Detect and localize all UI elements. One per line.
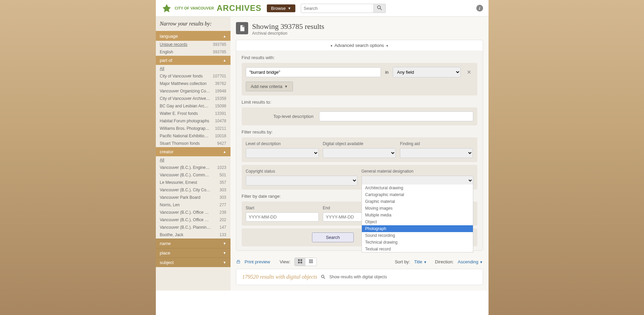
direction-text: Ascending — [458, 259, 478, 264]
gmd-option[interactable]: Textual record — [362, 246, 473, 252]
sidebar-title: Narrow your results by: — [156, 17, 231, 32]
add-criteria-button[interactable]: Add new criteria ▼ — [246, 82, 293, 91]
list-view-button[interactable] — [306, 258, 316, 266]
gmd-option[interactable]: Moving images — [362, 205, 473, 212]
top-level-input[interactable] — [319, 111, 473, 121]
facet-item-count: 303 — [219, 188, 226, 192]
gmd-option[interactable]: Sound recording — [362, 232, 473, 239]
facet-item[interactable]: All — [156, 156, 231, 164]
card-view-button[interactable] — [295, 258, 306, 266]
advanced-toggle[interactable]: ▾ Advanced search options ▾ — [236, 40, 483, 51]
facet-item-label: Vancouver (B.C.). Office of the City Cle… — [160, 210, 211, 215]
facet-item-count: 10211 — [215, 126, 226, 131]
facet-item-label: English — [160, 50, 173, 54]
direction-link[interactable]: Ascending ▼ — [458, 259, 483, 264]
facet-item[interactable]: Vancouver (B.C.). Planning Department147 — [156, 224, 231, 231]
facet-item-label: Habitat Forum photographs — [160, 119, 209, 123]
facet-item[interactable]: Vancouver (B.C.). Community Services Gro… — [156, 171, 231, 179]
facet-header-place[interactable]: place▼ — [156, 248, 231, 258]
svg-rect-2 — [237, 261, 240, 263]
facet-item[interactable]: Le Messurier, Ernest357 — [156, 179, 231, 186]
find-label: Find results with: — [242, 55, 477, 60]
facet-header-language[interactable]: language ▲ — [156, 32, 231, 41]
gmd-option[interactable]: Object — [362, 218, 473, 225]
info-icon[interactable]: i — [476, 5, 483, 12]
facet-item[interactable]: Vancouver (B.C.). City Council303 — [156, 186, 231, 194]
facet-item[interactable]: All — [156, 65, 231, 72]
field-select[interactable]: Any field — [393, 67, 461, 77]
digital-select[interactable] — [323, 148, 396, 158]
header-search — [301, 4, 386, 13]
facet-item-label: All — [160, 158, 164, 162]
view-toggle — [294, 258, 317, 266]
facet-item[interactable]: Williams Bros. Photographers Collection1… — [156, 125, 231, 132]
search-button[interactable] — [374, 4, 386, 13]
criteria-input[interactable] — [246, 67, 381, 77]
print-icon — [236, 260, 241, 264]
filter-grid-2: Copyright status General material design… — [242, 165, 477, 190]
search-icon — [377, 5, 382, 10]
finding-select[interactable] — [400, 148, 473, 158]
facet-item[interactable]: BC Gay and Lesbian Archives15098 — [156, 102, 231, 110]
search-submit-button[interactable]: Search — [312, 232, 354, 242]
chevron-up-icon: ▲ — [223, 34, 226, 38]
search-input[interactable] — [301, 4, 374, 13]
facet-item-label: Vancouver (B.C.). Community Services Gro… — [160, 173, 211, 177]
finding-label: Finding aid — [400, 141, 473, 146]
facet-item[interactable]: Stuart Thomson fonds9427 — [156, 140, 231, 147]
facet-title: place — [160, 250, 170, 256]
svg-rect-6 — [298, 262, 300, 263]
facet-item-count: 10018 — [215, 134, 226, 138]
facet-item[interactable]: Walter E. Frost fonds13391 — [156, 110, 231, 117]
facet-item[interactable]: Norris, Len277 — [156, 201, 231, 209]
gmd-option[interactable]: Graphic material — [362, 198, 473, 205]
facet-item-label: Pacific National Exhibition fonds — [160, 134, 211, 138]
print-preview-link[interactable]: Print preview — [245, 259, 270, 264]
gmd-option[interactable]: Cartographic material — [362, 191, 473, 198]
facet-title: creator — [160, 149, 173, 154]
chevron-up-icon: ▲ — [223, 58, 226, 62]
facet-header-partof[interactable]: part of ▲ — [156, 56, 231, 65]
header: CITY OF VANCOUVER ARCHIVES Browse ▼ i — [156, 0, 489, 17]
facet-item[interactable]: Vancouver (B.C.). Office of the City Man… — [156, 216, 231, 224]
chevron-down-icon: ▼ — [284, 85, 288, 88]
digital-link[interactable]: Show results with digital objects — [329, 275, 387, 279]
gmd-option[interactable]: Architectural drawing — [362, 185, 473, 191]
svg-rect-4 — [298, 259, 300, 261]
facet-item[interactable]: Unique records393785 — [156, 41, 231, 48]
facet-item[interactable]: City of Vancouver fonds107701 — [156, 72, 231, 80]
facet-header-subject[interactable]: subject▼ — [156, 258, 231, 267]
facet-item-count: 202 — [219, 217, 226, 222]
limit-row: Top-level description — [242, 107, 477, 125]
remove-criteria-button[interactable]: ✕ — [465, 69, 473, 75]
facet-item-count: 9427 — [217, 141, 226, 146]
facet-item-label: Unique records — [160, 42, 187, 47]
facet-item[interactable]: English393785 — [156, 48, 231, 56]
facet-item[interactable]: City of Vancouver Archives pamphlet coll… — [156, 95, 231, 102]
gmd-option[interactable]: Multiple media — [362, 212, 473, 218]
sort-field-link[interactable]: Title ▼ — [414, 259, 427, 264]
facet-header-name[interactable]: name▼ — [156, 239, 231, 248]
gmd-option[interactable]: Technical drawing — [362, 239, 473, 246]
start-date-input[interactable] — [246, 212, 319, 222]
gmd-dropdown[interactable]: Architectural drawingCartographic materi… — [362, 185, 473, 252]
copyright-select[interactable] — [246, 176, 357, 186]
gmd-option[interactable]: Photograph — [362, 225, 473, 232]
facet-item[interactable]: Vancouver Organizing Committee fonds1994… — [156, 87, 231, 95]
gmd-select[interactable] — [362, 176, 473, 186]
digital-label: Digital object available — [323, 141, 396, 146]
facet-item[interactable]: Habitat Forum photographs10478 — [156, 117, 231, 125]
facet-item[interactable]: Vancouver Park Board303 — [156, 194, 231, 201]
facet-item-count: 13391 — [215, 111, 226, 116]
level-select[interactable] — [246, 148, 319, 158]
facet-item[interactable]: Pacific National Exhibition fonds10018 — [156, 132, 231, 140]
facet-header-creator[interactable]: creator ▲ — [156, 147, 231, 156]
results-title: Showing 393785 results — [252, 22, 325, 31]
facet-item[interactable]: Vancouver (B.C.). Engineering Services D… — [156, 164, 231, 171]
browse-button[interactable]: Browse ▼ — [267, 4, 295, 12]
svg-line-1 — [380, 8, 381, 10]
logo[interactable]: CITY OF VANCOUVER ARCHIVES — [161, 3, 262, 14]
facet-item[interactable]: Vancouver (B.C.). Office of the City Cle… — [156, 209, 231, 216]
facet-item[interactable]: Boothe, Jack133 — [156, 231, 231, 239]
facet-item[interactable]: Major Matthews collection39762 — [156, 80, 231, 87]
